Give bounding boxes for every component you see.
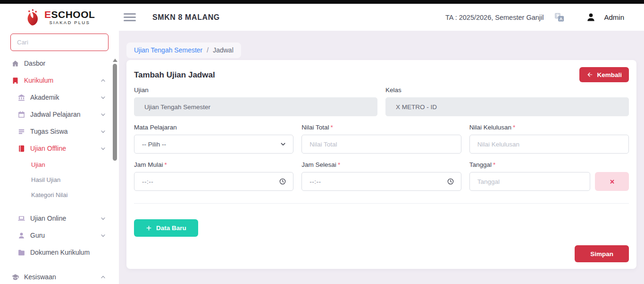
scrollbar-thumb[interactable] (113, 64, 117, 161)
sidebar-item-label: Ujian Online (30, 215, 66, 222)
chevron-down-icon (100, 215, 106, 222)
window-top-strip (0, 0, 644, 4)
required-asterisk: * (513, 124, 515, 131)
sidebar-item-label: Ujian (31, 161, 45, 168)
sidebar-item-label: Kesiswaan (24, 273, 56, 281)
svg-text:A: A (560, 17, 563, 21)
hamburger-menu-icon[interactable] (124, 13, 136, 22)
sidebar-item-jadwal-pelajaran[interactable]: Jadwal Pelajaran (0, 106, 119, 123)
add-data-button[interactable]: Data Baru (134, 219, 198, 237)
sidebar-item-tugas-siswa[interactable]: Tugas Siswa (0, 123, 119, 140)
user-name[interactable]: Admin (604, 13, 624, 21)
form-divider (134, 203, 629, 204)
jam-mulai-time-input[interactable]: --:-- (134, 172, 293, 191)
chevron-down-icon (280, 141, 286, 147)
jam-mulai-label: Jam Mulai* (134, 161, 293, 168)
page-title: Tambah Ujian Jadwal (134, 67, 215, 80)
translate-icon[interactable]: A (554, 12, 565, 23)
sidebar-item-label: Ujian Offline (30, 145, 66, 152)
required-asterisk: * (165, 161, 167, 168)
chevron-down-icon (100, 112, 106, 118)
sidebar-item-dokumen-kurikulum[interactable]: Dokumen Kurikulum (0, 244, 119, 261)
bank-icon (17, 94, 25, 102)
tanggal-label: Tanggal* (469, 161, 629, 168)
scrollbar-up-arrow[interactable] (113, 59, 117, 62)
chevron-down-icon (100, 129, 106, 135)
back-button[interactable]: Kembali (579, 67, 629, 82)
nilai-kelulusan-label: Nilai Kelulusan* (469, 124, 629, 131)
tanggal-input[interactable] (469, 172, 590, 191)
nilai-total-input[interactable] (301, 135, 461, 154)
chevron-down-icon (100, 146, 106, 152)
eschool-logo-icon (24, 8, 42, 27)
required-asterisk: * (493, 161, 495, 168)
sidebar-item-dasbor[interactable]: Dasbor (0, 55, 119, 72)
ujian-field (134, 97, 377, 116)
sidebar-item-ujian-offline[interactable]: Ujian Offline (0, 140, 119, 157)
breadcrumb: Ujian Tengah Semester / Jadwal (126, 43, 241, 58)
sidebar-item-kurikulum[interactable]: Kurikulum (0, 72, 119, 89)
save-button[interactable]: Simpan (575, 245, 629, 262)
sidebar-item-ujian-online[interactable]: Ujian Online (0, 210, 119, 227)
building-icon (11, 77, 19, 85)
sidebar-item-kategori-nilai[interactable]: Kategori Nilai (0, 187, 119, 202)
jam-selesai-label: Jam Selesai* (301, 161, 461, 168)
brand-name: ESCHOOL (44, 10, 95, 19)
sidebar-menu: DasborKurikulumAkademikJadwal PelajaranT… (0, 55, 119, 284)
list-icon (17, 128, 25, 136)
sidebar-item-kesiswaan[interactable]: Kesiswaan (0, 268, 119, 284)
academic-term: TA : 2025/2026, Semester Ganjil (445, 14, 544, 21)
breadcrumb-separator: / (207, 46, 209, 54)
sidebar-item-akademik[interactable]: Akademik (0, 89, 119, 106)
sidebar-item-label: Kurikulum (24, 77, 53, 84)
folder-icon (17, 249, 25, 257)
plus-icon (146, 225, 152, 231)
sidebar-item-label: Jadwal Pelajaran (30, 111, 81, 118)
ujian-label: Ujian (134, 86, 377, 94)
sidebar: ESCHOOL SIAKAD PLUS DasborKurikulumAkade… (0, 4, 119, 284)
kelas-field (385, 97, 629, 116)
required-asterisk: * (331, 124, 333, 131)
clock-icon (279, 178, 286, 185)
chevron-down-icon (100, 232, 106, 239)
clear-date-button[interactable] (595, 172, 629, 191)
sidebar-item-label: Akademik (30, 94, 59, 101)
breadcrumb-current: Jadwal (213, 46, 234, 54)
sidebar-scrollbar (112, 56, 117, 284)
laptop-icon (17, 215, 25, 223)
nilai-total-label: Nilai Total* (301, 124, 461, 131)
required-asterisk: * (338, 161, 340, 168)
sidebar-item-label: Dokumen Kurikulum (30, 249, 90, 256)
search-input[interactable] (10, 34, 109, 51)
brand-tagline: SIAKAD PLUS (44, 20, 95, 25)
mata-pelajaran-label: Mata Pelajaran (134, 124, 293, 131)
sidebar-item-guru[interactable]: Guru (0, 227, 119, 244)
arrow-left-icon (586, 71, 593, 78)
grad-icon (11, 273, 19, 281)
clock-icon (447, 178, 454, 185)
app-logo: ESCHOOL SIAKAD PLUS (24, 8, 119, 27)
sidebar-item-hasil-ujian[interactable]: Hasil Ujian (0, 172, 119, 187)
chevron-up-icon (100, 274, 106, 280)
school-name: SMKN 8 MALANG (152, 13, 220, 22)
home-icon (11, 60, 19, 68)
jam-selesai-time-input[interactable]: --:-- (301, 172, 461, 191)
sidebar-item-label: Tugas Siswa (30, 128, 68, 135)
sidebar-item-label: Kategori Nilai (31, 191, 67, 198)
mata-pelajaran-select[interactable]: -- Pilih -- (134, 135, 293, 154)
x-icon (609, 179, 615, 185)
sidebar-item-label: Guru (30, 232, 45, 239)
book-icon (17, 145, 25, 153)
sidebar-item-label: Hasil Ujian (31, 176, 60, 183)
sidebar-item-ujian[interactable]: Ujian (0, 157, 119, 172)
chevron-up-icon (100, 77, 106, 84)
top-header: SMKN 8 MALANG TA : 2025/2026, Semester G… (119, 4, 644, 31)
user-icon (17, 232, 25, 240)
kelas-label: Kelas (385, 86, 629, 94)
calendar-icon (17, 111, 25, 119)
chevron-down-icon (100, 95, 106, 101)
nilai-kelulusan-input[interactable] (469, 135, 629, 154)
breadcrumb-link-parent[interactable]: Ujian Tengah Semester (134, 46, 202, 54)
sidebar-item-label: Dasbor (24, 60, 45, 67)
user-avatar-icon[interactable] (586, 12, 596, 22)
